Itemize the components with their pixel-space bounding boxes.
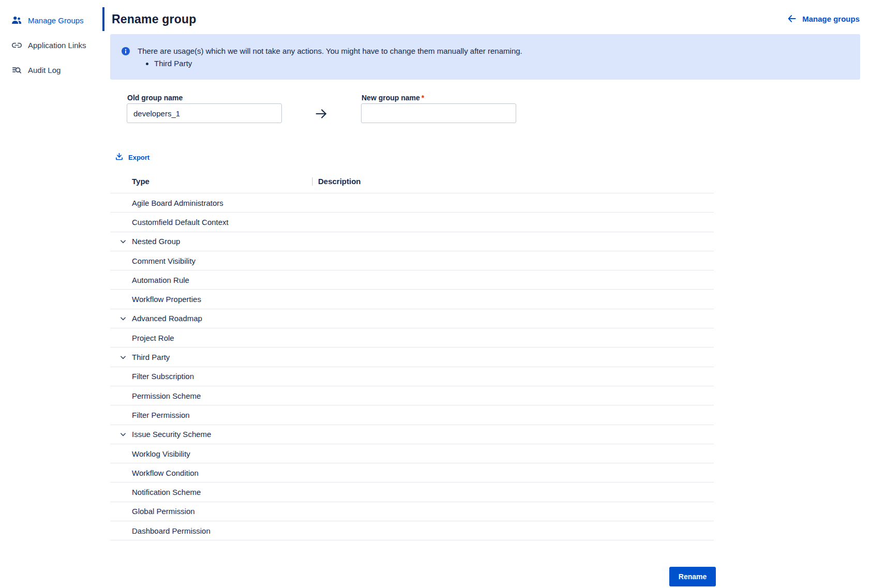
row-type-cell: Filter Subscription bbox=[110, 372, 312, 381]
row-type-cell: Dashboard Permission bbox=[110, 526, 312, 535]
table-row: Workflow Properties bbox=[110, 290, 714, 309]
required-asterisk: * bbox=[422, 94, 424, 102]
table-row: Comment Visibility bbox=[110, 251, 714, 270]
rename-button[interactable]: Rename bbox=[669, 567, 716, 586]
row-type-cell: Agile Board Administrators bbox=[110, 199, 312, 207]
sidebar-item-label: Audit Log bbox=[28, 66, 61, 74]
chevron-down-icon[interactable] bbox=[118, 309, 128, 328]
row-type-cell: Project Role bbox=[110, 334, 312, 342]
sidebar: Manage Groups Application Links Audit Lo… bbox=[0, 0, 102, 588]
sidebar-item-application-links[interactable]: Application Links bbox=[0, 36, 102, 54]
row-type-cell: Customfield Default Context bbox=[110, 218, 312, 227]
table-row: Worklog Visibility bbox=[110, 444, 714, 463]
table-row: Notification Scheme bbox=[110, 483, 714, 502]
row-type-cell: Advanced Roadmap bbox=[110, 314, 312, 323]
row-type-cell: Workflow Condition bbox=[110, 469, 312, 477]
download-icon bbox=[115, 152, 124, 162]
banner-usage-list: Third Party bbox=[154, 58, 192, 68]
table-row: Filter Permission bbox=[110, 405, 714, 425]
column-divider bbox=[312, 177, 313, 186]
new-group-name-input[interactable] bbox=[361, 103, 516, 123]
table-row: Customfield Default Context bbox=[110, 213, 714, 232]
table-row: Automation Rule bbox=[110, 270, 714, 290]
banner-message: There are usage(s) which we will not tak… bbox=[138, 47, 522, 55]
back-to-manage-groups-link[interactable]: Manage groups bbox=[787, 13, 860, 24]
table-row: Agile Board Administrators bbox=[110, 193, 714, 213]
usage-warning-banner: There are usage(s) which we will not tak… bbox=[110, 34, 860, 80]
link-icon bbox=[11, 40, 22, 50]
table-row: Workflow Condition bbox=[110, 463, 714, 483]
sidebar-item-label: Manage Groups bbox=[28, 16, 84, 25]
table-row: Project Role bbox=[110, 328, 714, 348]
page-title: Rename group bbox=[112, 12, 196, 26]
back-link-label: Manage groups bbox=[802, 14, 860, 23]
export-label: Export bbox=[128, 154, 149, 161]
back-arrow-icon bbox=[787, 13, 797, 24]
table-row: Filter Subscription bbox=[110, 367, 714, 386]
chevron-down-icon[interactable] bbox=[118, 232, 128, 251]
row-type-cell: Nested Group bbox=[110, 237, 312, 246]
sidebar-item-manage-groups[interactable]: Manage Groups bbox=[0, 11, 102, 29]
people-icon bbox=[11, 15, 22, 25]
row-type-cell: Worklog Visibility bbox=[110, 449, 312, 458]
table-row: Global Permission bbox=[110, 502, 714, 521]
row-type-cell: Notification Scheme bbox=[110, 488, 312, 496]
row-type-cell: Comment Visibility bbox=[110, 257, 312, 265]
new-group-name-label: New group name* bbox=[362, 94, 424, 102]
old-group-name-label: Old group name bbox=[127, 94, 183, 102]
row-type-cell: Third Party bbox=[110, 353, 312, 361]
table-row: Permission Scheme bbox=[110, 386, 714, 405]
page-title-block: Rename group bbox=[102, 7, 196, 31]
sidebar-item-audit-log[interactable]: Audit Log bbox=[0, 61, 102, 79]
table-row: Dashboard Permission bbox=[110, 521, 714, 540]
arrow-right-icon bbox=[314, 107, 328, 123]
row-type-cell: Issue Security Scheme bbox=[110, 430, 312, 439]
info-icon bbox=[122, 47, 130, 55]
chevron-down-icon[interactable] bbox=[118, 425, 128, 444]
row-type-cell: Automation Rule bbox=[110, 276, 312, 284]
row-type-cell: Global Permission bbox=[110, 507, 312, 516]
table-row: Advanced Roadmap bbox=[110, 309, 714, 328]
column-header-type: Type bbox=[110, 177, 312, 186]
table-header-row: Type Description bbox=[110, 170, 714, 193]
old-group-name-input[interactable] bbox=[127, 103, 282, 123]
export-button[interactable]: Export bbox=[115, 152, 149, 162]
table-row: Nested Group bbox=[110, 232, 714, 251]
sidebar-item-label: Application Links bbox=[28, 41, 86, 50]
usage-table: Type Description Agile Board Administrat… bbox=[110, 170, 714, 540]
table-row: Third Party bbox=[110, 348, 714, 367]
audit-log-icon bbox=[11, 65, 22, 75]
usage-table-body: Agile Board Administrators Customfield D… bbox=[110, 193, 714, 540]
banner-usage-item: Third Party bbox=[154, 59, 192, 68]
column-header-description: Description bbox=[312, 177, 714, 186]
chevron-down-icon[interactable] bbox=[118, 348, 128, 366]
row-type-cell: Permission Scheme bbox=[110, 391, 312, 400]
row-type-cell: Filter Permission bbox=[110, 411, 312, 419]
row-type-cell: Workflow Properties bbox=[110, 295, 312, 304]
table-row: Issue Security Scheme bbox=[110, 425, 714, 444]
